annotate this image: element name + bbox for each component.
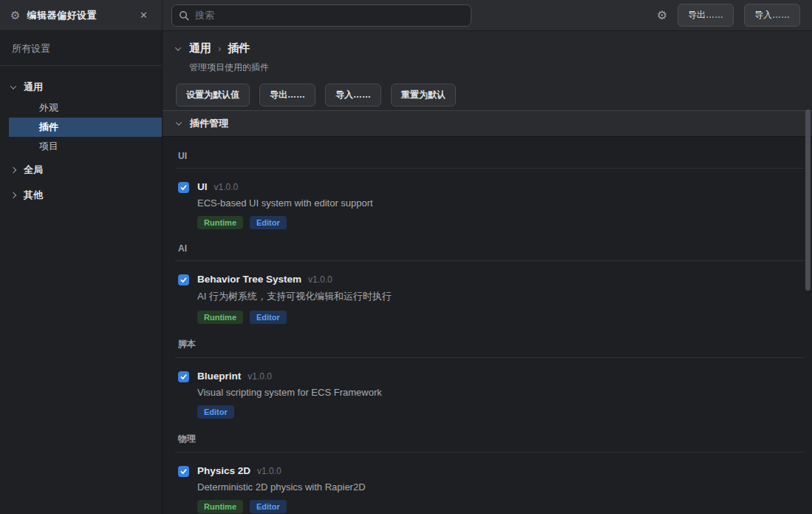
plugin-category: 脚本 Blueprint v1.0.0 Visual scripting sys…	[175, 338, 805, 419]
search-input[interactable]	[195, 10, 464, 21]
plugin-badge-editor: Editor	[250, 216, 287, 229]
plugin-description: Visual scripting system for ECS Framewor…	[197, 387, 382, 398]
plugin-info: UI v1.0.0 ECS-based UI system with edito…	[197, 181, 373, 229]
plugin-badge-editor: Editor	[250, 500, 287, 513]
search-box[interactable]	[171, 4, 471, 27]
plugin-info: Physics 2D v1.0.0 Deterministic 2D physi…	[197, 465, 366, 513]
plugin-badge-editor: Editor	[250, 311, 287, 324]
check-icon	[180, 373, 188, 381]
topbar-actions: ⚙ 导出…… 导入……	[657, 4, 812, 27]
plugin-category: AI Behavior Tree System v1.0.0 AI 行为树系统，…	[175, 243, 805, 324]
plugin-row: Physics 2D v1.0.0 Deterministic 2D physi…	[178, 465, 805, 513]
import-settings-button[interactable]: 导入……	[325, 84, 381, 106]
sidebar-group-label: 其他	[24, 189, 43, 202]
check-icon	[180, 183, 188, 192]
plugin-version: v1.0.0	[257, 466, 282, 476]
page-header: 通用 › 插件 管理项目使用的插件 设置为默认值 导出…… 导入…… 重置为默认	[163, 31, 812, 110]
import-button[interactable]: 导入……	[744, 4, 800, 27]
category-divider	[175, 452, 805, 453]
sidebar-group-global[interactable]: 全局	[0, 159, 162, 181]
plugin-description: Deterministic 2D physics with Rapier2D	[197, 481, 366, 493]
chevron-right-icon	[10, 192, 16, 198]
plugin-badges: RuntimeEditor	[197, 311, 392, 324]
breadcrumb-current: 插件	[228, 41, 250, 55]
preferences-window: ⚙ 编辑器偏好设置 ✕ ⚙ 导出…… 导入…… 所有设置 通用	[0, 0, 812, 514]
sidebar-item-label: 外观	[39, 101, 58, 115]
plugin-name: Blueprint	[197, 371, 241, 382]
plugin-info: Behavior Tree System v1.0.0 AI 行为树系统，支持可…	[197, 274, 392, 324]
plugin-list: UI UI v1.0.0 ECS-based UI system with ed…	[163, 137, 812, 514]
category-label: 物理	[178, 433, 805, 445]
plugin-badge-runtime: Runtime	[197, 500, 243, 513]
window-title: 编辑器偏好设置	[27, 9, 97, 22]
plugin-row: Blueprint v1.0.0 Visual scripting system…	[178, 371, 805, 419]
plugin-badge-editor: Editor	[197, 405, 234, 419]
plugin-badges: Editor	[197, 405, 382, 419]
plugin-checkbox[interactable]	[178, 466, 189, 477]
plugin-checkbox[interactable]	[178, 182, 189, 193]
reset-to-default-button[interactable]: 重置为默认	[391, 84, 456, 106]
chevron-down-icon[interactable]	[175, 44, 181, 50]
sidebar-item-project[interactable]: 项目	[9, 137, 162, 156]
sidebar-group-general[interactable]: 通用	[0, 76, 162, 98]
plugin-checkbox[interactable]	[178, 274, 189, 285]
page-subtitle: 管理项目使用的插件	[189, 61, 812, 74]
category-label: UI	[178, 151, 805, 161]
sidebar-item-label: 插件	[39, 121, 58, 134]
plugin-name: Physics 2D	[197, 465, 250, 476]
check-icon	[180, 467, 188, 476]
plugin-version: v1.0.0	[214, 182, 239, 192]
plugin-name: Behavior Tree System	[197, 274, 301, 285]
scrollbar-thumb[interactable]	[805, 109, 811, 291]
sidebar-header: 所有设置	[0, 31, 162, 66]
export-button[interactable]: 导出……	[678, 4, 734, 27]
sidebar-group-label: 通用	[24, 81, 43, 94]
plugin-version: v1.0.0	[308, 274, 332, 285]
breadcrumb-parent: 通用	[189, 41, 211, 55]
check-icon	[180, 276, 188, 284]
window-title-bar: ⚙ 编辑器偏好设置 ✕	[0, 0, 163, 30]
gear-icon: ⚙	[10, 10, 20, 21]
chevron-right-icon	[10, 167, 16, 173]
settings-gear-icon[interactable]: ⚙	[657, 10, 667, 21]
settings-sidebar: 所有设置 通用 外观 插件 项目 全局	[0, 31, 163, 514]
action-buttons: 设置为默认值 导出…… 导入…… 重置为默认	[176, 84, 812, 106]
plugin-badges: RuntimeEditor	[197, 500, 366, 513]
category-divider	[175, 260, 805, 261]
plugin-category: UI UI v1.0.0 ECS-based UI system with ed…	[175, 151, 805, 229]
breadcrumb-separator-icon: ›	[218, 43, 221, 54]
sidebar-item-appearance[interactable]: 外观	[9, 98, 162, 118]
sidebar-item-label: 项目	[39, 140, 58, 153]
plugin-row: UI v1.0.0 ECS-based UI system with edito…	[178, 181, 805, 229]
main-panel: 通用 › 插件 管理项目使用的插件 设置为默认值 导出…… 导入…… 重置为默认…	[163, 31, 812, 514]
plugin-badge-runtime: Runtime	[197, 311, 243, 324]
category-divider	[175, 357, 805, 358]
chevron-down-icon	[176, 119, 182, 125]
category-label: AI	[178, 243, 805, 254]
chevron-down-icon	[10, 83, 16, 89]
topbar: ⚙ 编辑器偏好设置 ✕ ⚙ 导出…… 导入……	[0, 0, 812, 31]
section-title: 插件管理	[190, 117, 228, 130]
breadcrumb: 通用 › 插件	[176, 41, 812, 55]
search-icon	[179, 10, 189, 21]
set-as-default-button[interactable]: 设置为默认值	[176, 84, 250, 106]
close-icon[interactable]: ✕	[136, 8, 151, 22]
plugin-description: ECS-based UI system with editor support	[197, 197, 373, 209]
sidebar-item-plugins[interactable]: 插件	[9, 118, 162, 137]
category-label: 脚本	[178, 338, 805, 351]
sidebar-group-other[interactable]: 其他	[0, 184, 162, 206]
plugin-category: 物理 Physics 2D v1.0.0 Deterministic 2D ph…	[175, 433, 805, 513]
plugin-info: Blueprint v1.0.0 Visual scripting system…	[197, 371, 382, 419]
plugin-version: v1.0.0	[248, 371, 272, 382]
section-plugin-management[interactable]: 插件管理	[163, 110, 812, 137]
plugin-row: Behavior Tree System v1.0.0 AI 行为树系统，支持可…	[178, 274, 805, 324]
settings-tree: 通用 外观 插件 项目 全局 其他	[0, 66, 162, 206]
plugin-description: AI 行为树系统，支持可视化编辑和运行时执行	[197, 290, 392, 303]
plugin-checkbox[interactable]	[178, 371, 189, 382]
plugin-name: UI	[197, 181, 208, 192]
plugin-badge-runtime: Runtime	[197, 216, 243, 229]
plugin-badges: RuntimeEditor	[197, 216, 373, 229]
export-settings-button[interactable]: 导出……	[259, 84, 315, 106]
category-divider	[175, 168, 805, 169]
sidebar-group-label: 全局	[24, 163, 43, 177]
